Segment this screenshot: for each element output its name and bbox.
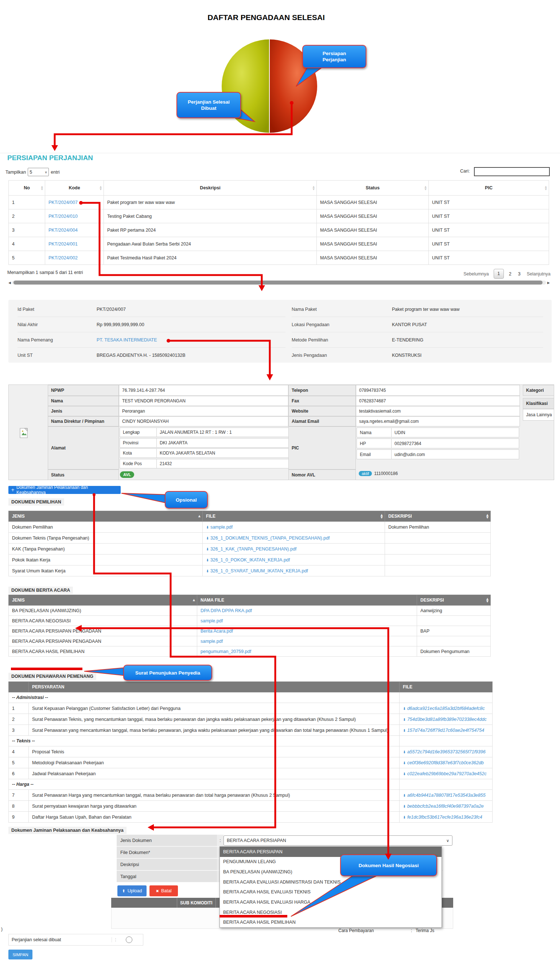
- file-link[interactable]: sample.pdf: [201, 618, 223, 623]
- file-link[interactable]: DPA DIPA DPPA RKA.pdf: [201, 608, 252, 613]
- table-row[interactable]: 2 PKT/2024/010 Testing Paket Cabang MASA…: [9, 210, 549, 223]
- file-download-link[interactable]: ⬇ 157d74a726ff79d17c60ae2e4f754754: [403, 728, 484, 733]
- vendor-label: Alamat: [48, 426, 119, 470]
- horizontal-scrollbar[interactable]: ◀ ▶: [8, 280, 550, 285]
- file-download-link[interactable]: ⬇ bebbbcfcb2ea16f8cf40e987397a0a2e: [403, 804, 484, 809]
- cell-no: 4: [9, 237, 45, 251]
- col-header-deskripsi[interactable]: DESKRIPSI▲▼: [385, 511, 491, 522]
- scrollbar-thumb[interactable]: [13, 281, 542, 284]
- file-download-link[interactable]: ⬇ ce0f36e6920f8d387e63f7cb0ce362db: [403, 760, 484, 765]
- add-jaminan-button[interactable]: + Dokumen Jaminan Pelaksanaan dan Keabsa…: [8, 486, 121, 494]
- dokumen-berita-acara-table: JENIS▲ NAMA FILE DESKRIPSI▲▼ BA PENJELAS…: [8, 595, 491, 657]
- chevron-down-icon: ∨: [446, 838, 449, 843]
- upload-icon: ⬆: [122, 889, 126, 893]
- cell-no: 6: [9, 768, 29, 779]
- col-header-nama-file[interactable]: NAMA FILE: [197, 595, 417, 605]
- cell-persyaratan: Jadwal Pelaksanaan Pekerjaan: [29, 768, 399, 779]
- pemenang-link[interactable]: PT. TESAKA INTERMEDIATE: [97, 337, 157, 342]
- callout-dokumen-hasil-negosiasi: Dokumen Hasil Negosiasi: [340, 854, 437, 876]
- cell-no: 1: [9, 703, 29, 714]
- col-header-deskripsi[interactable]: DESKRIPSI▲▼: [417, 595, 491, 605]
- col-header-file[interactable]: FILE▲▼: [203, 511, 385, 522]
- pie-slice-perjanjian-selesai: [222, 39, 269, 133]
- dropdown-option[interactable]: BERITA ACARA HASIL EVALUASI HARGA: [220, 897, 441, 907]
- upload-button[interactable]: ⬆ Upload: [117, 885, 146, 896]
- sort-asc-icon: ▲: [198, 515, 201, 518]
- col-header-persyaratan[interactable]: PERSYARATAN: [29, 682, 399, 692]
- dropdown-option[interactable]: BERITA ACARA HASIL EVALUASI TEKNIS: [220, 887, 441, 897]
- download-icon: ⬇: [403, 707, 406, 711]
- file-download-link[interactable]: ⬇ a5572c794d16e39653732565f71f9396: [403, 749, 486, 754]
- table-row[interactable]: 4 PKT/2024/001 Pengadaan Awal Bulan Serb…: [9, 237, 549, 251]
- dropdown-option[interactable]: BERITA ACARA HASIL PEMILIHAN: [220, 917, 441, 927]
- scroll-right-icon[interactable]: ▶: [547, 281, 550, 284]
- file-download-link[interactable]: ⬇ 326_1_KAK_(TANPA_PENGESAHAN).pdf: [206, 547, 296, 552]
- dropdown-option[interactable]: BERITA ACARA NEGOSIASI: [220, 907, 441, 917]
- cell-persyaratan: Surat pernyataan kewajaran harga yang di…: [29, 801, 399, 812]
- cell-jenis: BA PENJELASAN (AANWIJZING): [9, 605, 197, 616]
- file-download-link[interactable]: ⬇ 326_1_0_POKOK_IKATAN_KERJA.pdf: [206, 557, 290, 563]
- paket-link[interactable]: PKT/2024/001: [48, 242, 78, 247]
- vendor-label: NPWP: [48, 385, 119, 396]
- cell-no: 3: [9, 725, 29, 736]
- cell-no: 9: [9, 812, 29, 823]
- pagination-next[interactable]: Selanjutnya: [527, 271, 550, 276]
- arrowhead-down: [51, 145, 58, 151]
- file-download-link[interactable]: ⬇ 326_1_DOKUMEN_TEKNIS_(TANPA_PENGESAHAN…: [206, 536, 330, 541]
- cell-no: 5: [9, 251, 45, 265]
- file-download-link[interactable]: ⬇ fe1dc3fbc53b617ecfe196a136e23fc4: [403, 815, 482, 820]
- file-download-link[interactable]: ⬇ d6adca921ec6a185a3d2bf684adefc8c: [403, 706, 485, 711]
- detail-row: Nilai Akhir Rp 999,999,999,999.00: [18, 317, 285, 333]
- col-header-no[interactable]: No▲▼: [9, 181, 45, 195]
- table-row: Dokumen Teknis (Tanpa Pengesahan) ⬇ 326_…: [9, 533, 491, 544]
- file-download-link[interactable]: ⬇ sample.pdf: [206, 525, 233, 530]
- pagination-page-3[interactable]: 3: [518, 271, 521, 276]
- table-row[interactable]: 1 PKT/2024/007 Paket program ter waw waw…: [9, 195, 549, 210]
- file-download-link[interactable]: ⬇ 754d3be3d81a89fb389e702338ec4ddc: [403, 717, 486, 722]
- vendor-label: Nomor AVL: [288, 470, 356, 480]
- file-link[interactable]: pengumuman_20759.pdf: [201, 649, 251, 654]
- col-header-jenis[interactable]: JENIS▲: [9, 595, 197, 605]
- table-row[interactable]: 3 PKT/2024/004 Paket RP pertama 2024 MAS…: [9, 223, 549, 237]
- perjanjian-selesai-radio[interactable]: [126, 936, 132, 943]
- table-row: 6 Jadwal Pelaksanaan Pekerjaan ⬇ c022eaf…: [9, 768, 492, 779]
- paket-link[interactable]: PKT/2024/010: [48, 214, 78, 219]
- col-header-jenis[interactable]: JENIS▲: [9, 511, 203, 522]
- batal-button[interactable]: ✖ Batal: [150, 885, 178, 896]
- pagination-page-1-active[interactable]: 1: [494, 269, 504, 279]
- pic-email-row: Email udin@udin.com: [357, 449, 519, 459]
- file-download-link[interactable]: ⬇ c022eafeb29b69bbe29a79270a3e452c: [403, 771, 486, 776]
- sort-icon: ▲▼: [425, 186, 426, 190]
- paket-link[interactable]: PKT/2024/007: [48, 200, 78, 205]
- group-label: -- Administrasi --: [9, 692, 399, 703]
- cell-persyaratan: Surat Penawaran Teknis, yang mencantumka…: [29, 714, 399, 725]
- col-header-file[interactable]: FILE: [399, 682, 492, 692]
- cell-deskripsi: Pengadaan Awal Bulan Serba Serbi 2024: [104, 237, 317, 251]
- simpan-button[interactable]: SIMPAN: [8, 950, 32, 959]
- table-row: 1 Surat Kepuasan Pelanggan (Customer Sat…: [9, 703, 492, 714]
- cell-no: 4: [9, 746, 29, 757]
- file-download-link[interactable]: ⬇ a6fc4b9441a788078f17e53543a3e855: [403, 793, 486, 798]
- col-header-status[interactable]: Status▲▼: [317, 181, 429, 195]
- dropdown-option[interactable]: BERITA ACARA EVALUASI ADMINISTRASI DAN T…: [220, 877, 441, 887]
- jenis-dokumen-select[interactable]: BERITA ACARA PERSIAPAN ∨: [224, 835, 452, 846]
- paket-link[interactable]: PKT/2024/002: [48, 255, 78, 260]
- file-download-link[interactable]: ⬇ 326_1_0_SYARAT_UMUM_IKATAN_KERJA.pdf: [206, 568, 308, 573]
- cell-persyaratan: Proposal Teknis: [29, 746, 399, 757]
- col-header-deskripsi[interactable]: Deskripsi▲▼: [104, 181, 317, 195]
- callout-opsional: Opsional: [165, 491, 208, 508]
- scroll-left-icon[interactable]: ◀: [8, 281, 11, 284]
- col-header-kode[interactable]: Kode▲▼: [45, 181, 104, 195]
- table-row[interactable]: 5 PKT/2024/002 Paket Testmedia Hasil Pak…: [9, 251, 549, 265]
- file-link[interactable]: Berita Acara.pdf: [201, 629, 233, 634]
- pagination-page-2[interactable]: 2: [509, 271, 512, 276]
- search-input[interactable]: [474, 167, 550, 176]
- sort-icon: ▲▼: [486, 514, 489, 519]
- col-header-pic[interactable]: PIC▲▼: [429, 181, 549, 195]
- page-size-select[interactable]: 5 ∨: [28, 168, 49, 176]
- pagination-prev[interactable]: Sebelumnya: [463, 271, 489, 276]
- file-link[interactable]: sample.pdf: [201, 639, 223, 644]
- alamat-lengkap-row: Lengkap JALAN ANUMERTA 12 RT : 1 RW : 1: [119, 428, 296, 437]
- paket-link[interactable]: PKT/2024/004: [48, 228, 78, 233]
- table-header-row: No▲▼ Kode▲▼ Deskripsi▲▼ Status▲▼ PIC▲▼: [9, 181, 549, 195]
